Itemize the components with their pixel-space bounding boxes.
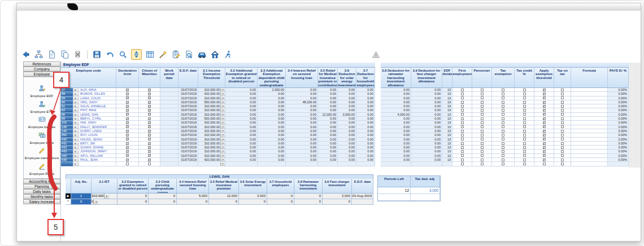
cell-first_employment[interactable] bbox=[452, 117, 472, 121]
cell-tax_exemption[interactable] bbox=[492, 117, 515, 121]
detail-cell-v38[interactable]: 0 bbox=[294, 194, 323, 199]
cell-v36[interactable] bbox=[338, 162, 356, 166]
checkbox-tax_on_tax[interactable] bbox=[561, 146, 564, 149]
cell-v32[interactable]: 0.00 bbox=[225, 142, 258, 146]
cell-tax_credit[interactable] bbox=[515, 100, 534, 104]
tax-ded-adj-value[interactable]: 3,000 bbox=[411, 187, 440, 194]
cell-first_employment[interactable] bbox=[452, 108, 472, 112]
cell-first_employment[interactable] bbox=[452, 92, 472, 96]
document-preview-icon[interactable] bbox=[184, 50, 194, 59]
cell-pensioner[interactable] bbox=[472, 92, 492, 96]
cell-v33[interactable]: 0.00 bbox=[258, 121, 286, 125]
cell-edf_date[interactable]: 01/07/2019 bbox=[179, 129, 198, 133]
cell-pensioner[interactable] bbox=[472, 162, 492, 166]
cell-tax_on_tax[interactable] bbox=[554, 88, 571, 92]
checkbox-citizen[interactable] bbox=[148, 105, 151, 108]
car-icon[interactable] bbox=[197, 50, 207, 59]
cell-v39[interactable]: 0.00 bbox=[411, 108, 442, 112]
cell-edf_divider[interactable]: 13 bbox=[442, 113, 452, 117]
dropdown-arrow-icon[interactable]: ▾ bbox=[104, 194, 109, 199]
cell-apply_exemption_threshold[interactable] bbox=[534, 88, 554, 92]
cell-citizen[interactable] bbox=[139, 158, 160, 162]
cell-tax_credit[interactable] bbox=[515, 146, 534, 150]
checkbox-citizen[interactable] bbox=[148, 113, 151, 116]
cell-v39[interactable]: 0.00 bbox=[411, 158, 442, 162]
cell-code[interactable]: 62 bbox=[61, 108, 73, 112]
cell-work_permit[interactable] bbox=[160, 150, 179, 153]
checkbox-apply_exemption_threshold[interactable] bbox=[543, 154, 546, 157]
cell-pensioner[interactable] bbox=[472, 113, 492, 117]
cell-v37[interactable]: 0.00 bbox=[356, 104, 375, 108]
checkbox-tax_on_tax[interactable] bbox=[561, 89, 564, 91]
cell-edf_divider[interactable]: 13 bbox=[442, 117, 452, 121]
cell-paye[interactable]: 0.00% bbox=[608, 125, 629, 129]
cell-iet[interactable]: 550,000.00▾ bbox=[198, 100, 225, 104]
cell-name[interactable]: SUNAH, SHANE bbox=[79, 146, 116, 150]
checkbox-tax_credit[interactable] bbox=[523, 150, 526, 153]
cell-cmb[interactable] bbox=[73, 92, 79, 96]
cell-cmb[interactable] bbox=[73, 150, 79, 153]
checkbox-tax_on_tax[interactable] bbox=[561, 105, 564, 108]
cell-v33[interactable]: 0.00 bbox=[258, 138, 286, 142]
cell-citizen[interactable] bbox=[139, 113, 160, 117]
cell-v35[interactable]: 0.00 bbox=[318, 146, 338, 150]
cell-v37[interactable]: 0.00 bbox=[356, 100, 375, 104]
checkbox-pensioner[interactable] bbox=[481, 101, 484, 104]
cell-v34[interactable] bbox=[286, 162, 318, 166]
cell-apply_exemption_threshold[interactable] bbox=[534, 125, 554, 129]
checkbox-declaration[interactable] bbox=[126, 134, 129, 137]
cell-code[interactable]: 434 bbox=[61, 154, 73, 158]
cell-pensioner[interactable] bbox=[472, 121, 492, 125]
cell-first_employment[interactable] bbox=[452, 138, 472, 142]
cell-cmb[interactable] bbox=[73, 100, 79, 104]
cell-declaration[interactable] bbox=[116, 92, 139, 96]
cell-v39[interactable]: 0.00 bbox=[411, 129, 442, 133]
cell-v34[interactable]: 0.00 bbox=[286, 154, 318, 158]
run-icon[interactable] bbox=[223, 50, 233, 59]
cell-tax_exemption[interactable] bbox=[492, 133, 515, 137]
cell-edf_date[interactable]: 01/07/2019 bbox=[179, 108, 198, 112]
checkbox-citizen[interactable] bbox=[148, 117, 151, 120]
cell-formula[interactable] bbox=[571, 96, 608, 100]
cell-apply_exemption_threshold[interactable] bbox=[534, 158, 554, 162]
checkbox-tax_credit[interactable] bbox=[523, 93, 526, 95]
checkbox-tax_credit[interactable] bbox=[523, 159, 526, 161]
cell-v37[interactable]: 0.00 bbox=[356, 113, 375, 117]
cell-citizen[interactable] bbox=[139, 133, 160, 137]
checkbox-citizen[interactable] bbox=[148, 162, 151, 165]
cell-edf_date[interactable]: 01/07/2019 bbox=[179, 154, 198, 158]
checkbox-tax_exemption[interactable] bbox=[502, 121, 504, 124]
cell-tax_credit[interactable] bbox=[515, 113, 534, 117]
checkbox-pensioner[interactable] bbox=[481, 121, 484, 124]
cell-work_permit[interactable] bbox=[160, 154, 179, 158]
cell-v33[interactable]: 0.00 bbox=[258, 100, 286, 104]
cell-edf_divider[interactable]: 13 bbox=[442, 146, 452, 150]
cell-first_employment[interactable] bbox=[452, 146, 472, 150]
cell-tax_exemption[interactable] bbox=[492, 96, 515, 100]
cell-code[interactable]: 251 bbox=[61, 133, 73, 137]
sidebar-section-company[interactable]: Company bbox=[23, 67, 60, 72]
sidebar-item-employee-badges[interactable]: Employee badges bbox=[24, 115, 60, 129]
checkbox-tax_exemption[interactable] bbox=[502, 150, 504, 153]
cell-v39[interactable]: 0.00 bbox=[411, 117, 442, 121]
checkbox-pensioner[interactable] bbox=[481, 162, 484, 165]
cell-v36[interactable]: 0.00 bbox=[338, 96, 356, 100]
checkbox-first_employment[interactable] bbox=[461, 142, 464, 145]
checkbox-citizen[interactable] bbox=[148, 150, 151, 153]
cell-declaration[interactable] bbox=[116, 104, 139, 108]
cell-tax_credit[interactable] bbox=[515, 150, 534, 153]
cell-edf_date[interactable]: 01/07/2019 bbox=[179, 96, 198, 100]
detail-cell-v33[interactable]: 0 bbox=[149, 199, 177, 205]
cell-v34[interactable]: 0.00 bbox=[286, 125, 318, 129]
cell-edf_date[interactable]: 01/07/2019 bbox=[179, 100, 198, 104]
cell-apply_exemption_threshold[interactable] bbox=[534, 138, 554, 142]
sidebar-item-employee-rates[interactable]: Employee Rates bbox=[24, 162, 60, 176]
cell-code[interactable]: 431 bbox=[61, 142, 73, 146]
detail-cell-v34[interactable]: 0 bbox=[177, 199, 209, 205]
detail-cell-v32[interactable]: 0 bbox=[118, 199, 149, 205]
cell-v36[interactable]: 0.00 bbox=[338, 117, 356, 121]
cell-v36[interactable]: 0.00 bbox=[338, 88, 356, 92]
cell-v33[interactable] bbox=[258, 162, 286, 166]
cell-v33[interactable]: 0.00 bbox=[258, 117, 286, 121]
copy-document-icon[interactable] bbox=[60, 50, 69, 59]
